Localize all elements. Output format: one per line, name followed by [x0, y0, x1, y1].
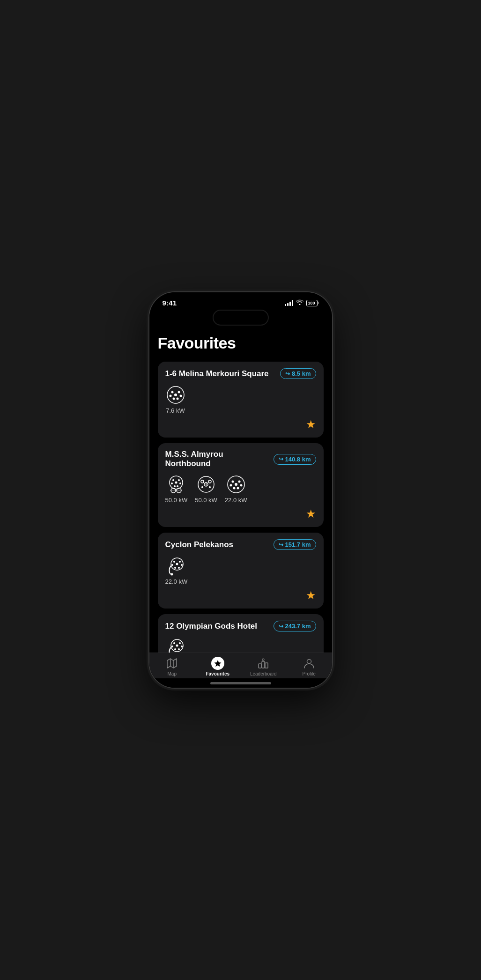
status-bar: 9:41 100: [149, 292, 332, 310]
tab-leaderboard-label: Leaderboard: [250, 671, 277, 676]
phone-shell: 9:41 100: [149, 292, 332, 688]
svg-point-38: [179, 561, 181, 563]
connector-item: 22.0 kW: [165, 556, 188, 585]
tab-profile-label: Profile: [303, 671, 316, 676]
svg-point-48: [171, 646, 173, 647]
svg-point-69: [307, 660, 311, 664]
distance-value: 151.7 km: [285, 541, 311, 548]
station-name: M.S.S. Almyrou Northbound: [165, 450, 269, 468]
svg-point-40: [181, 564, 183, 566]
svg-rect-66: [259, 664, 261, 668]
card-footer: ★: [165, 507, 316, 520]
svg-point-15: [175, 482, 178, 484]
svg-point-4: [179, 395, 182, 397]
svg-point-3: [169, 395, 171, 397]
distance-badge: ↪ 151.7 km: [274, 539, 316, 550]
svg-point-7: [174, 393, 177, 396]
svg-marker-65: [214, 660, 221, 667]
card-header: M.S.S. Almyrou Northbound ↪ 140.8 km: [165, 450, 316, 468]
station-card[interactable]: Cyclon Pelekanos ↪ 151.7 km: [158, 533, 324, 609]
svg-point-30: [238, 481, 240, 483]
svg-point-6: [176, 398, 178, 400]
leaderboard-tab-icon: [257, 657, 270, 670]
tab-favourites-label: Favourites: [206, 671, 229, 676]
station-name: Cyclon Pelekanos: [165, 540, 269, 549]
tab-map[interactable]: Map: [149, 657, 195, 676]
connector-power: 50.0 kW: [195, 497, 217, 504]
svg-point-10: [178, 479, 180, 481]
svg-point-11: [171, 483, 173, 484]
svg-point-27: [209, 486, 211, 488]
connector-power: 50.0 kW: [165, 497, 188, 504]
type2-cable-connector-icon: [166, 637, 186, 653]
svg-point-33: [233, 487, 235, 490]
favourite-star[interactable]: ★: [306, 418, 316, 431]
svg-point-26: [201, 486, 203, 488]
tab-bar: Map Favourites: [149, 653, 332, 678]
station-name: 1-6 Melina Merkouri Square: [165, 369, 276, 379]
battery-icon: 100: [306, 300, 318, 306]
route-icon: ↪: [279, 456, 283, 462]
station-card[interactable]: 1-6 Melina Merkouri Square ↪ 8.5 km: [158, 362, 324, 438]
svg-rect-68: [265, 663, 268, 668]
svg-point-43: [176, 563, 178, 565]
svg-point-12: [179, 483, 181, 484]
tab-favourites[interactable]: Favourites: [195, 657, 241, 676]
card-footer: ★: [165, 589, 316, 602]
distance-badge: ↪ 243.7 km: [274, 621, 316, 631]
page-title: Favourites: [158, 334, 324, 352]
station-card[interactable]: 12 Olympian Gods Hotel ↪ 243.7 km: [158, 614, 324, 653]
svg-point-39: [171, 564, 173, 566]
favourite-star[interactable]: ★: [306, 589, 316, 602]
connector-power: 7.6 kW: [166, 407, 185, 414]
svg-point-2: [178, 391, 180, 393]
station-card[interactable]: M.S.S. Almyrou Northbound ↪ 140.8 km: [158, 443, 324, 527]
ccs-connector-icon: [166, 474, 186, 495]
card-header: Cyclon Pelekanos ↪ 151.7 km: [165, 539, 316, 550]
home-indicator: [149, 678, 332, 688]
svg-point-13: [174, 485, 176, 487]
card-connectors: 22.0 kW: [165, 556, 316, 585]
connector-item: 22.0 kW: [165, 637, 188, 653]
profile-tab-icon: [303, 657, 316, 670]
card-connectors: 50.0 kW: [165, 474, 316, 504]
content-area[interactable]: Favourites 1-6 Melina Merkouri Square ↪ …: [149, 329, 332, 653]
status-time: 9:41: [163, 299, 177, 307]
map-tab-icon: [165, 657, 178, 670]
chademo-connector-icon: [196, 474, 216, 495]
tab-leaderboard[interactable]: Leaderboard: [241, 657, 287, 676]
wifi-icon: [296, 299, 303, 306]
card-connectors: 7.6 kW: [165, 385, 316, 414]
distance-value: 243.7 km: [285, 623, 311, 630]
type2-connector-icon: [165, 385, 186, 405]
svg-point-37: [173, 561, 175, 563]
card-header: 1-6 Melina Merkouri Square ↪ 8.5 km: [165, 368, 316, 379]
type2-connector-icon: [226, 474, 246, 495]
connector-power: 22.0 kW: [165, 578, 188, 585]
svg-point-32: [240, 484, 242, 487]
svg-point-9: [172, 479, 174, 481]
connector-item: 50.0 kW: [195, 474, 217, 504]
connector-item: 7.6 kW: [165, 385, 186, 414]
distance-value: 140.8 km: [285, 456, 311, 463]
route-icon: ↪: [279, 623, 283, 630]
battery-level: 100: [308, 301, 315, 305]
svg-point-49: [181, 646, 183, 647]
type2-cable-connector-icon: [166, 556, 186, 576]
tab-profile[interactable]: Profile: [286, 657, 332, 676]
favourite-star[interactable]: ★: [306, 507, 316, 520]
svg-point-14: [177, 485, 178, 487]
svg-point-29: [231, 481, 234, 483]
svg-point-5: [172, 398, 175, 400]
svg-rect-67: [262, 661, 265, 668]
svg-marker-62: [167, 659, 177, 668]
distance-badge: ↪ 140.8 km: [274, 454, 316, 465]
distance-badge: ↪ 8.5 km: [280, 368, 316, 379]
card-header: 12 Olympian Gods Hotel ↪ 243.7 km: [165, 621, 316, 631]
route-icon: ↪: [279, 542, 283, 548]
screen: 9:41 100: [149, 292, 332, 688]
svg-point-51: [178, 648, 180, 650]
card-connectors: 22.0 kW: [165, 637, 316, 653]
connector-power: 22.0 kW: [225, 497, 247, 504]
svg-point-47: [179, 642, 181, 644]
